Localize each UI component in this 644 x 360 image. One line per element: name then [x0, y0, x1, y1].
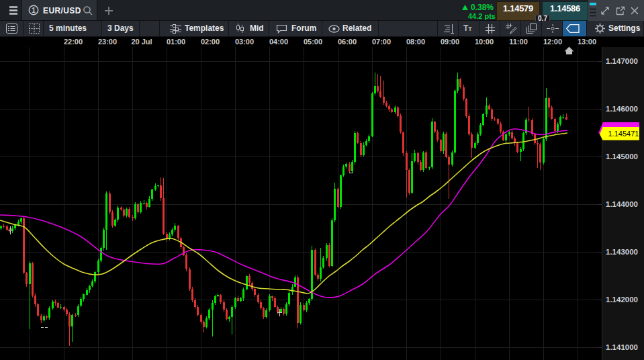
svg-text:1.143000: 1.143000	[606, 248, 638, 256]
svg-text:1.146000: 1.146000	[606, 105, 638, 113]
svg-text:02:00: 02:00	[201, 38, 220, 46]
svg-text:1.147000: 1.147000	[606, 57, 638, 65]
svg-text:1.141000: 1.141000	[606, 343, 638, 351]
svg-text:09:00: 09:00	[441, 38, 459, 46]
svg-text:22:00: 22:00	[64, 38, 83, 46]
svg-text:11:00: 11:00	[509, 38, 528, 46]
svg-text:1: 1	[32, 7, 36, 14]
svg-text:06:00: 06:00	[338, 38, 357, 46]
svg-text:10:00: 10:00	[475, 38, 494, 46]
svg-text:1.142000: 1.142000	[606, 296, 638, 304]
svg-text:07:00: 07:00	[372, 38, 391, 46]
svg-text:13:00: 13:00	[578, 38, 596, 46]
svg-text:01:00: 01:00	[167, 38, 185, 46]
svg-text:1.145471: 1.145471	[608, 130, 639, 138]
svg-text:12:00: 12:00	[543, 38, 562, 46]
svg-text:08:00: 08:00	[406, 38, 425, 46]
svg-text:03:00: 03:00	[235, 38, 254, 46]
svg-text:1.145000: 1.145000	[606, 152, 638, 161]
svg-text:20 Jul: 20 Jul	[131, 38, 152, 46]
svg-text:05:00: 05:00	[304, 38, 322, 46]
svg-text:04:00: 04:00	[269, 38, 288, 46]
svg-text:1.144000: 1.144000	[606, 200, 638, 208]
svg-text:23:00: 23:00	[98, 38, 117, 46]
